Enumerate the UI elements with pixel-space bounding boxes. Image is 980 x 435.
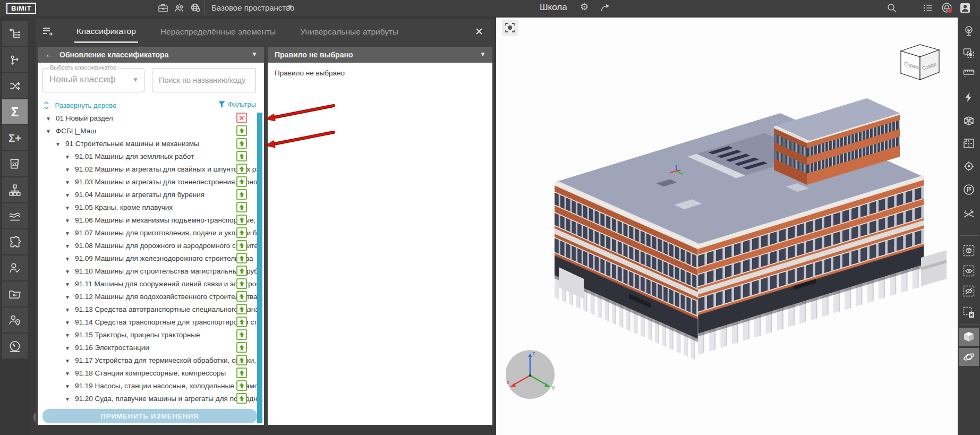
tree-item-label[interactable]: 91.11 Машины для сооружений линий связи … [75,280,259,288]
branch-button[interactable] [2,47,28,72]
tree-item-label[interactable]: 91.17 Устройства для термической обработ… [75,356,259,364]
tree-caret-icon[interactable]: ▼ [65,218,70,224]
apply-item-button[interactable] [236,368,247,378]
tree-item-label[interactable]: 91.20 Суда, плавучие машины и агрегаты д… [75,395,259,403]
tree-caret-icon[interactable]: ▼ [65,358,70,364]
apply-item-button[interactable] [236,393,247,404]
tree-item[interactable]: ▼ФСБЦ_Маш [38,124,259,137]
flag-icon[interactable] [962,183,975,196]
panel-menu-icon[interactable] [41,25,54,37]
locate-icon[interactable] [962,160,975,173]
orbit-button[interactable] [959,348,979,366]
apply-item-button[interactable] [236,342,247,353]
tree-item-label[interactable]: 91.05 Краны, кроме плавучих [75,203,173,211]
tree-caret-icon[interactable]: ▼ [65,180,70,185]
tree-item-label[interactable]: ФСБЦ_Маш [56,127,96,135]
tree-caret-icon[interactable]: ▼ [55,141,61,147]
floorplan-icon[interactable] [962,137,975,150]
back-arrow-icon[interactable]: ← [45,49,54,60]
tree-item-label[interactable]: 01 Новый раздел [56,114,113,122]
hide-selection-icon[interactable] [962,285,975,297]
tree-item[interactable]: ▼91.11 Машины для сооружений линий связи… [38,277,259,290]
filters-link[interactable]: Фильтры [218,100,256,108]
tree-item[interactable]: ▼91.15 Тракторы, прицепы тракторные [38,328,259,341]
tree-caret-icon[interactable]: ▼ [65,256,70,262]
classifier-button[interactable]: Σ [2,99,28,124]
navigation-cube[interactable]: Справа Сзади [897,40,943,83]
tree-caret-icon[interactable]: ▼ [65,307,70,313]
show-selection-icon[interactable] [962,265,975,277]
tree-item-label[interactable]: 91.16 Электростанции [75,344,149,352]
classifier-panel-header[interactable]: ← Обновление классификатора ▼ [38,47,264,63]
user-check-button[interactable] [2,255,28,280]
chevron-down-icon[interactable]: ▼ [132,76,139,83]
apply-item-button[interactable] [236,304,247,314]
tree-item[interactable]: ▼91.02 Машины и агрегаты для свайных и ш… [38,163,259,175]
tree-item[interactable]: ▼91.12 Машины для водохозяйственного стр… [38,290,259,303]
apply-item-button[interactable] [236,215,247,225]
apply-item-button[interactable] [236,176,247,187]
apply-item-button[interactable] [236,151,247,161]
tree-caret-icon[interactable]: ▼ [65,269,70,275]
tab-universal-attributes[interactable]: Универсальные атрибуты [298,21,400,42]
tree-item[interactable]: ▼01 Новый раздел✕ [38,112,259,124]
waves-button[interactable] [2,203,28,228]
apply-item-button[interactable] [236,355,247,365]
tree-item-label[interactable]: 91.03 Машины и агрегаты для тоннелестрое… [75,178,259,186]
tab-classifier[interactable]: Классификатор [74,20,138,43]
chevron-down-icon[interactable]: ▼ [480,50,486,58]
classifier-select[interactable]: Выбрать классификатор Новый классиф ▼ [42,68,144,92]
expand-tree-link[interactable]: Развернуть дерево [55,101,116,109]
tree-vegetation-icon[interactable] [962,25,975,38]
hierarchy-button[interactable] [2,177,28,202]
tree-item[interactable]: ▼91.08 Машины для дорожного и аэродромно… [38,239,259,252]
tree-item-label[interactable]: 91.04 Машины и агрегаты для бурения [75,191,204,199]
tree-caret-icon[interactable]: ▼ [46,129,51,134]
gear-icon[interactable]: ⚙ [580,1,589,13]
tree-caret-icon[interactable]: ▼ [65,383,70,389]
section-box-icon[interactable] [962,114,975,127]
apply-item-button[interactable] [236,240,247,251]
share-icon[interactable] [599,2,611,14]
briefcase-icon[interactable] [157,2,169,14]
tree-caret-icon[interactable]: ▼ [65,154,70,160]
tree-caret-icon[interactable]: ▼ [65,231,70,236]
tree-item-label[interactable]: 91.14 Средства транспортные для транспор… [75,318,259,326]
tree-item-label[interactable]: 91.18 Станции компрессорные, компрессоры [75,369,226,377]
apply-item-button[interactable] [236,380,247,391]
tree-item[interactable]: ▼91 Строительные машины и механизмы [38,137,259,150]
2d-view-button[interactable]: 2D [2,151,28,176]
shield-globe-icon[interactable] [190,2,201,14]
tree-caret-icon[interactable]: ▼ [65,345,70,351]
select-object-icon[interactable] [962,47,975,59]
tree-item[interactable]: ▼91.20 Суда, плавучие машины и агрегаты … [38,392,259,405]
rule-panel-header[interactable]: Правило не выбрано ▼ [268,47,492,63]
tree-item[interactable]: ▼91.14 Средства транспортные для транспо… [38,315,259,328]
apply-item-button[interactable] [236,253,247,263]
account-icon[interactable] [959,2,971,14]
apply-item-button[interactable] [236,125,247,136]
tree-item-label[interactable]: 91.10 Машины для строительства магистрал… [75,267,259,275]
gauge-button[interactable] [2,334,28,359]
workspace-selector[interactable]: Базовое пространство [211,3,294,12]
chevron-down-icon[interactable]: ▼ [251,50,258,58]
tree-item[interactable]: ▼91.01 Машины для земляных работ [38,150,259,163]
tree-caret-icon[interactable]: ▼ [65,205,70,211]
folder-import-button[interactable] [2,282,28,306]
notifications-icon[interactable] [941,2,953,14]
apply-item-button[interactable] [236,317,247,327]
remove-item-button[interactable]: ✕ [236,113,247,123]
tree-caret-icon[interactable]: ▼ [65,192,70,198]
apply-item-button[interactable] [236,227,247,238]
tree-item[interactable]: ▼91.13 Средства автотранспортные специал… [38,303,259,315]
tree-caret-icon[interactable]: ▼ [65,243,70,249]
tree-item-label[interactable]: 91.13 Средства автотранспортные специаль… [75,305,259,313]
tree-caret-icon[interactable]: ▼ [65,294,70,300]
tree-item-label[interactable]: 91 Строительные машины и механизмы [65,140,199,148]
tree-item-label[interactable]: 91.19 Насосы, станции насосные, холодиль… [75,382,259,390]
tree-item-label[interactable]: 91.08 Машины для дорожного и аэродромног… [75,242,259,250]
model-tree-button[interactable] [2,21,28,46]
tree-item[interactable]: ▼91.09 Машины для железнодорожного строи… [38,252,259,265]
tree-item[interactable]: ▼91.16 Электростанции [38,341,259,354]
apply-item-button[interactable] [236,164,247,174]
